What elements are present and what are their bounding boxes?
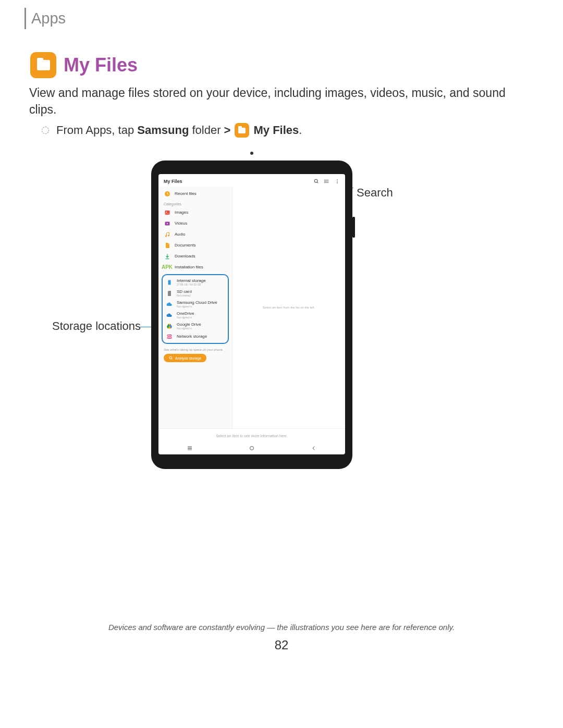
page-number: 82: [0, 638, 563, 652]
sd-card-icon: [166, 290, 173, 297]
back-nav-icon[interactable]: [311, 445, 317, 453]
onedrive-sub: Not signed in: [177, 316, 194, 319]
search-icon[interactable]: [314, 179, 319, 184]
samsung-cloud-sub: Not signed in: [177, 305, 217, 308]
svg-point-13: [166, 212, 167, 213]
video-icon: [164, 220, 170, 227]
svg-rect-18: [167, 335, 172, 336]
sidebar-item-gdrive[interactable]: Google Drive Not signed in: [163, 320, 228, 331]
sidebar-installation-label: Installation files: [175, 265, 203, 269]
device-screen: My Files Recent files: [158, 174, 345, 454]
image-icon: [164, 209, 170, 216]
storage-group: Internal storage 17.86 GB / 64.00 GB SD …: [162, 274, 229, 344]
analyze-section: See what's taking up space on your phone…: [158, 346, 232, 365]
svg-point-26: [250, 446, 253, 450]
page-title: My Files: [64, 54, 138, 76]
sidebar: Recent files Categories Images Videos: [158, 187, 232, 428]
sd-card-sub: Not inserted: [177, 294, 192, 297]
svg-point-6: [324, 181, 325, 182]
sidebar-audio-label: Audio: [175, 232, 185, 237]
svg-line-21: [172, 359, 173, 360]
detail-pane: Select an item from the list on the left…: [232, 187, 345, 428]
app-header: My Files: [158, 174, 345, 187]
samsung-cloud-label: Samsung Cloud Drive: [177, 300, 217, 305]
sidebar-item-images[interactable]: Images: [158, 207, 232, 218]
analyze-hint: See what's taking up space on your phone…: [164, 348, 227, 351]
svg-rect-17: [168, 280, 170, 285]
view-icon[interactable]: [324, 179, 329, 184]
sidebar-item-installation[interactable]: APK Installation files: [158, 262, 232, 273]
svg-point-20: [169, 356, 172, 359]
my-files-inline-icon: [235, 123, 249, 138]
svg-line-1: [317, 182, 318, 183]
callout-storage: Storage locations: [52, 319, 141, 333]
instruction-prefix: From Apps, tap: [56, 124, 137, 137]
breadcrumb: Apps: [25, 8, 66, 29]
section-description: View and manage files stored on your dev…: [29, 84, 532, 118]
clock-icon: [164, 190, 170, 197]
my-files-app-icon: [30, 52, 56, 78]
section-header: My Files: [30, 52, 138, 78]
more-icon[interactable]: [335, 179, 340, 184]
sidebar-downloads-label: Downloads: [175, 254, 195, 258]
sidebar-item-downloads[interactable]: Downloads: [158, 251, 232, 262]
svg-point-7: [324, 182, 325, 183]
main-content: Recent files Categories Images Videos: [158, 187, 345, 428]
instruction-myfiles: My Files: [253, 124, 299, 137]
camera-dot: [250, 152, 253, 155]
instruction-samsung: Samsung: [137, 124, 189, 137]
sidebar-item-recent[interactable]: Recent files: [158, 188, 232, 199]
network-storage-label: Network storage: [177, 334, 207, 339]
chevron-icon: >: [224, 124, 231, 137]
tablet-frame: My Files Recent files: [151, 161, 352, 469]
sidebar-item-audio[interactable]: Audio: [158, 229, 232, 240]
gdrive-icon: [166, 323, 173, 329]
apk-icon: APK: [164, 264, 170, 270]
gdrive-sub: Not signed in: [177, 327, 201, 330]
power-button: [352, 217, 355, 238]
gdrive-label: Google Drive: [177, 322, 201, 327]
audio-icon: [164, 231, 170, 238]
sidebar-item-samsung-cloud[interactable]: Samsung Cloud Drive Not signed in: [163, 299, 228, 310]
svg-point-16: [168, 235, 169, 236]
svg-rect-19: [167, 337, 172, 339]
sd-card-label: SD card: [177, 289, 192, 294]
onedrive-label: OneDrive: [177, 311, 194, 316]
svg-point-10: [337, 182, 338, 183]
svg-point-9: [337, 181, 338, 182]
sidebar-images-label: Images: [175, 210, 188, 215]
sidebar-item-network-storage[interactable]: Network storage: [163, 331, 228, 341]
sidebar-documents-label: Documents: [175, 243, 195, 248]
internal-storage-sub: 17.86 GB / 64.00 GB: [177, 283, 206, 286]
instruction-mid: folder: [189, 124, 224, 137]
sidebar-item-videos[interactable]: Videos: [158, 218, 232, 229]
document-icon: [164, 242, 170, 249]
svg-point-0: [314, 179, 317, 182]
callout-search: Search: [357, 186, 393, 200]
categories-label: Categories: [158, 199, 232, 207]
sidebar-recent-label: Recent files: [175, 191, 197, 196]
instruction-suffix: .: [299, 124, 302, 137]
svg-point-5: [324, 180, 325, 180]
sidebar-item-onedrive[interactable]: OneDrive Not signed in: [163, 310, 228, 320]
home-nav-icon[interactable]: [249, 445, 255, 453]
internal-storage-icon: [166, 279, 173, 286]
bullet-icon: [42, 127, 49, 134]
analyze-btn-label: Analyze storage: [175, 356, 201, 360]
sidebar-item-documents[interactable]: Documents: [158, 240, 232, 251]
footer-disclaimer: Devices and software are constantly evol…: [0, 623, 563, 632]
instruction-line: From Apps, tap Samsung folder > My Files…: [42, 123, 302, 138]
network-icon: [166, 333, 173, 340]
sidebar-item-internal-storage[interactable]: Internal storage 17.86 GB / 64.00 GB: [163, 277, 228, 288]
svg-point-15: [165, 235, 167, 237]
recents-nav-icon[interactable]: [187, 445, 193, 453]
onedrive-icon: [166, 312, 173, 318]
detail-placeholder: Select an item from the list on the left…: [263, 306, 315, 309]
sidebar-videos-label: Videos: [175, 221, 187, 226]
app-title: My Files: [164, 179, 182, 184]
cloud-icon: [166, 301, 173, 307]
sidebar-item-sd-card[interactable]: SD card Not inserted: [163, 288, 228, 299]
analyze-storage-button[interactable]: Analyze storage: [164, 354, 206, 362]
nav-bar: [158, 443, 345, 454]
download-icon: [164, 253, 170, 260]
